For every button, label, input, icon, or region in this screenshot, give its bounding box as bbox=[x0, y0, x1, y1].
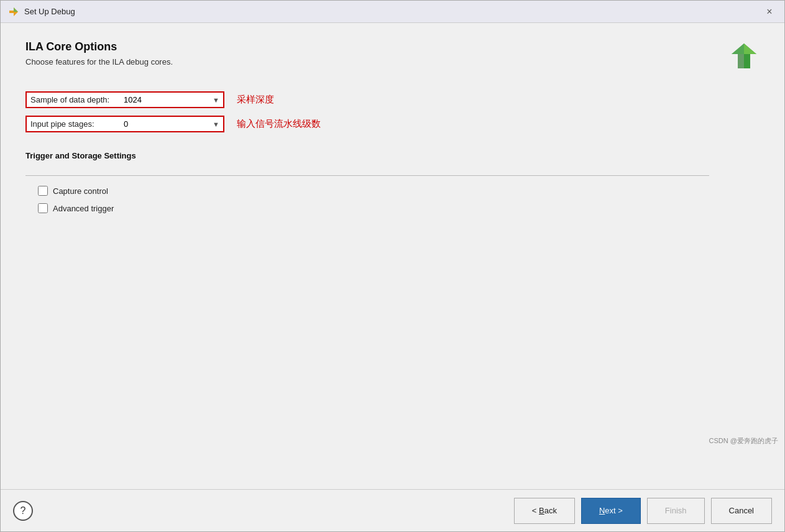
sample-depth-select-wrapper: 1024 512 256 128 2048 4096 8192 16384 32… bbox=[124, 95, 219, 104]
capture-control-row: Capture control bbox=[38, 186, 760, 196]
form-section: Sample of data depth: 1024 512 256 128 2… bbox=[25, 91, 760, 132]
svg-marker-5 bbox=[732, 44, 744, 54]
input-pipe-arrow-icon: ▼ bbox=[213, 121, 219, 128]
cancel-button[interactable]: Cancel bbox=[711, 498, 772, 524]
trigger-section-title: Trigger and Storage Settings bbox=[25, 151, 136, 160]
svg-marker-3 bbox=[744, 44, 756, 54]
sample-depth-field-box: Sample of data depth: 1024 512 256 128 2… bbox=[25, 91, 224, 108]
capture-control-label[interactable]: Capture control bbox=[53, 186, 108, 196]
advanced-trigger-label[interactable]: Advanced trigger bbox=[53, 204, 114, 213]
watermark: CSDN @爱奔跑的虎子 bbox=[709, 436, 778, 446]
vivado-icon bbox=[8, 6, 19, 17]
footer-left: ? bbox=[13, 501, 33, 521]
dialog-title: Set Up Debug bbox=[24, 7, 75, 16]
help-button[interactable]: ? bbox=[13, 501, 33, 521]
footer-right: < Back Next > Finish Cancel bbox=[514, 498, 772, 524]
finish-button[interactable]: Finish bbox=[647, 498, 705, 524]
close-button[interactable]: × bbox=[762, 4, 777, 19]
sample-depth-arrow-icon: ▼ bbox=[213, 96, 219, 104]
sample-depth-annotation: 采样深度 bbox=[237, 94, 274, 106]
capture-control-checkbox[interactable] bbox=[38, 186, 48, 196]
advanced-trigger-checkbox[interactable] bbox=[38, 203, 48, 213]
dialog: Set Up Debug × ILA Core Options Choose f… bbox=[0, 0, 785, 532]
sample-depth-row: Sample of data depth: 1024 512 256 128 2… bbox=[25, 91, 760, 108]
section-divider bbox=[25, 175, 709, 176]
titlebar-left: Set Up Debug bbox=[8, 6, 75, 17]
input-pipe-select-wrapper: 0 1 2 3 4 5 6 ▼ bbox=[124, 119, 219, 129]
input-pipe-annotation: 输入信号流水线级数 bbox=[237, 118, 321, 130]
advanced-trigger-row: Advanced trigger bbox=[38, 203, 760, 213]
xilinx-logo bbox=[728, 40, 760, 71]
svg-marker-1 bbox=[14, 7, 18, 12]
trigger-storage-section: Trigger and Storage Settings Capture con… bbox=[25, 151, 760, 213]
main-content: ILA Core Options Choose features for the… bbox=[1, 23, 784, 489]
back-button[interactable]: < Back bbox=[514, 498, 575, 524]
next-button[interactable]: Next > bbox=[581, 498, 641, 524]
titlebar: Set Up Debug × bbox=[1, 1, 784, 23]
page-subtitle: Choose features for the ILA debug cores. bbox=[25, 57, 760, 66]
input-pipe-label: Input pipe stages: bbox=[30, 119, 124, 129]
logo-area bbox=[728, 40, 760, 73]
input-pipe-field-box: Input pipe stages: 0 1 2 3 4 5 6 ▼ bbox=[25, 116, 224, 132]
input-pipe-row: Input pipe stages: 0 1 2 3 4 5 6 ▼ bbox=[25, 116, 760, 132]
input-pipe-select[interactable]: 0 1 2 3 4 5 6 bbox=[124, 119, 213, 129]
footer: ? < Back Next > Finish Cancel bbox=[1, 489, 784, 531]
page-title: ILA Core Options bbox=[25, 40, 760, 53]
sample-depth-label: Sample of data depth: bbox=[30, 95, 124, 104]
sample-depth-select[interactable]: 1024 512 256 128 2048 4096 8192 16384 32… bbox=[124, 95, 213, 104]
